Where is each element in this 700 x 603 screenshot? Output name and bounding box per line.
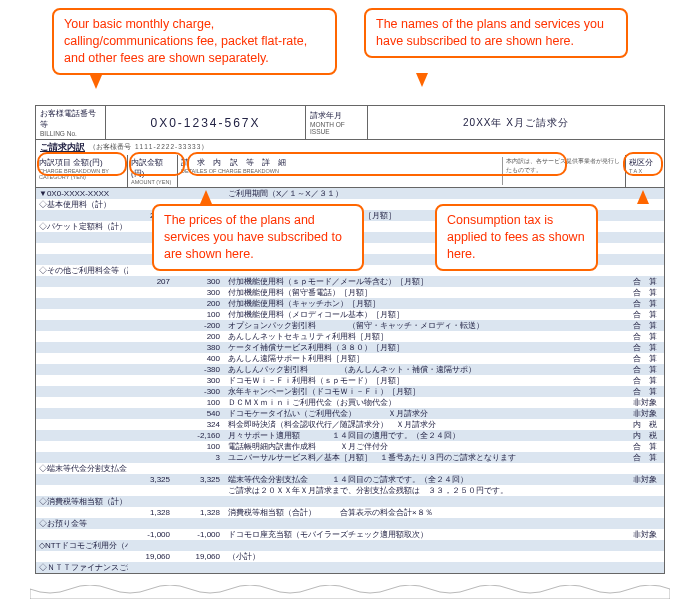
cell-c3: 100 — [174, 398, 224, 407]
cell-c5: 合 算 — [626, 320, 664, 331]
table-row: 19,06019,060（小計） — [36, 551, 664, 562]
cell-c3: 400 — [174, 354, 224, 363]
table-row: ◇消費税等相当額（計） — [36, 496, 664, 507]
customer-value: 1111-2222-33333） — [135, 143, 209, 152]
table-row: 380ケータイ補償サービス利用料（３８０）［月額］合 算 — [36, 342, 664, 353]
cell-c5: 内 税 — [626, 430, 664, 441]
cell-c5: 合 算 — [626, 309, 664, 320]
cell-c4: ご請求は２０ＸＸ年Ｘ月請求まで、分割支払金残額は ３３，２５０円です。 — [224, 485, 626, 496]
cell-c5: 非対象 — [626, 474, 664, 485]
cell-c3: -380 — [174, 365, 224, 374]
cell-c1: ▼0X0-XXXX-XXXX — [36, 189, 128, 198]
table-row: 1,3281,328消費税等相当額（合計） 合算表示の料金合計×８％ — [36, 507, 664, 518]
cell-c3: 324 — [174, 420, 224, 429]
cell-c5: 非対象 — [626, 397, 664, 408]
phone-label-jp: お客様電話番号等 — [40, 108, 101, 130]
cell-c3: 200 — [174, 332, 224, 341]
cell-c5: 合 算 — [626, 353, 664, 364]
cell-c1: ◇パケット定額料（計） — [36, 221, 128, 232]
cell-c3: -1,000 — [174, 530, 224, 539]
table-row: 400あんしん遠隔サポート利用料［月額］合 算 — [36, 353, 664, 364]
torn-edge — [30, 585, 670, 599]
highlight-ring — [187, 152, 567, 176]
table-row: 100電話帳明細内訳書作成料 Ｘ月ご伴付分合 算 — [36, 441, 664, 452]
cell-c4: 月々サポート適用額 １４回目の適用です。（全２４回） — [224, 430, 626, 441]
cell-c4: あんしんパック割引料 （あんしんネット・補償・遠隔サポ） — [224, 364, 626, 375]
table-row: 324料金即時決済（料金認収代行／随課請求分） Ｘ月請求分内 税 — [36, 419, 664, 430]
table-row: ご請求は２０ＸＸ年Ｘ月請求まで、分割支払金残額は ３３，２５０円です。 — [36, 485, 664, 496]
cell-c4: あんしんネットセキュリティ利用料［月額］ — [224, 331, 626, 342]
col2-en: AMOUNT (YEN) — [131, 179, 174, 185]
cell-c5: 合 算 — [626, 287, 664, 298]
cell-c2: 207 — [128, 277, 174, 286]
cell-c5: 合 算 — [626, 386, 664, 397]
month-label-en: MONTH OF ISSUE — [310, 121, 363, 135]
bill-header: お客様電話番号等 BILLING No. 0X0-1234-567X 請求年月 … — [36, 106, 664, 140]
table-row: ◇お預り金等 — [36, 518, 664, 529]
cell-c1: ◇消費税等相当額（計） — [36, 496, 128, 507]
cell-c4: 電話帳明細内訳書作成料 Ｘ月ご伴付分 — [224, 441, 626, 452]
cell-c1: ◇端末等代金分割支払金 — [36, 463, 128, 474]
cell-c4: ご利用期間（X／１～X／３１） — [224, 188, 626, 199]
cell-c1: ◇ＮＴＴファイナンスご利用分 — [36, 562, 128, 573]
cell-c4: 永年キャンペーン割引（ドコモＷｉ－Ｆｉ）［月額］ — [224, 386, 626, 397]
phone-value: 0X0-1234-567X — [150, 116, 260, 130]
arrow-down-icon — [416, 73, 428, 87]
highlight-ring — [623, 152, 663, 176]
cell-c1: ◇その他ご利用料金等（計） — [36, 265, 128, 276]
cell-c4: ドコモケータイ払い（ご利用代金） Ｘ月請求分 — [224, 408, 626, 419]
cell-c4: 料金即時決済（料金認収代行／随課請求分） Ｘ月請求分 — [224, 419, 626, 430]
cell-c5: 合 算 — [626, 452, 664, 463]
cell-c5: 合 算 — [626, 276, 664, 287]
cell-c4: 付加機能使用料（ｓｐモード／メール等含む）［月額］ — [224, 276, 626, 287]
callout-text: Your basic monthly charge, calling/commu… — [64, 17, 307, 65]
arrow-down-icon — [90, 75, 102, 89]
cell-c3: 3,325 — [174, 475, 224, 484]
cell-c5: 合 算 — [626, 364, 664, 375]
callout-top-right: The names of the plans and services you … — [364, 8, 628, 58]
table-row: 3,3253,325端末等代金分割支払金 １４回目のご請求です。（全２４回）非対… — [36, 474, 664, 485]
cell-c4: 付加機能使用料（メロディコール基本）［月額］ — [224, 309, 626, 320]
cell-c4: ユニバーサルサービス料／基本［月額］ １番号あたり３円のご請求となります — [224, 452, 626, 463]
callout-text: The prices of the plans and services you… — [164, 213, 342, 261]
table-row: 207300付加機能使用料（ｓｐモード／メール等含む）［月額］合 算 — [36, 276, 664, 287]
cell-c4: ＤＣＭＸｍｉｎｉご利用代金（お買い物代金） — [224, 397, 626, 408]
cell-c3: 300 — [174, 277, 224, 286]
cell-c5: 合 算 — [626, 298, 664, 309]
cell-c4: オプションパック割引料 （留守・キャッチ・メロディ・転送） — [224, 320, 626, 331]
cell-c4: （小計） — [224, 551, 626, 562]
cell-c3: 3 — [174, 453, 224, 462]
cell-c4: 付加機能使用料（留守番電話）［月額］ — [224, 287, 626, 298]
phone-label-en: BILLING No. — [40, 130, 101, 137]
table-row: 300付加機能使用料（留守番電話）［月額］合 算 — [36, 287, 664, 298]
cell-c4: ドコモＷｉ－Ｆｉ利用料（ｓｐモード）［月額］ — [224, 375, 626, 386]
cell-c4: 付加機能使用料（キャッチホン）［月額］ — [224, 298, 626, 309]
cell-c3: -300 — [174, 387, 224, 396]
cell-c3: 200 — [174, 299, 224, 308]
cell-c5: 非対象 — [626, 408, 664, 419]
cell-c2: 3,325 — [128, 475, 174, 484]
month-value: 20XX年 X月ご請求分 — [463, 116, 569, 130]
table-row: 200あんしんネットセキュリティ利用料［月額］合 算 — [36, 331, 664, 342]
cell-c3: -200 — [174, 321, 224, 330]
table-row: -200オプションパック割引料 （留守・キャッチ・メロディ・転送）合 算 — [36, 320, 664, 331]
cell-c3: 100 — [174, 442, 224, 451]
cell-c5: 合 算 — [626, 441, 664, 452]
cell-c5: 合 算 — [626, 331, 664, 342]
cell-c1: ◇お預り金等 — [36, 518, 128, 529]
callout-mid-left: The prices of the plans and services you… — [152, 204, 364, 271]
customer-label: （お客様番号 — [89, 143, 131, 152]
callout-top-left: Your basic monthly charge, calling/commu… — [52, 8, 337, 75]
table-row: 300ドコモＷｉ－Ｆｉ利用料（ｓｐモード）［月額］合 算 — [36, 375, 664, 386]
arrow-up-icon — [637, 190, 649, 204]
table-row: -300永年キャンペーン割引（ドコモＷｉ－Ｆｉ）［月額］合 算 — [36, 386, 664, 397]
table-row: ▼0X0-XXXX-XXXXご利用期間（X／１～X／３１） — [36, 188, 664, 199]
cell-c4: あんしん遠隔サポート利用料［月額］ — [224, 353, 626, 364]
cell-c5: 合 算 — [626, 342, 664, 353]
cell-c2: -1,000 — [128, 530, 174, 539]
cell-c2: 19,060 — [128, 552, 174, 561]
cell-c3: -2,160 — [174, 431, 224, 440]
table-row: -1,000-1,000ドコモロ座充当額（モバイラーズチェック適用額取次）非対象 — [36, 529, 664, 540]
cell-c4: 端末等代金分割支払金 １４回目のご請求です。（全２４回） — [224, 474, 626, 485]
cell-c3: 19,060 — [174, 552, 224, 561]
